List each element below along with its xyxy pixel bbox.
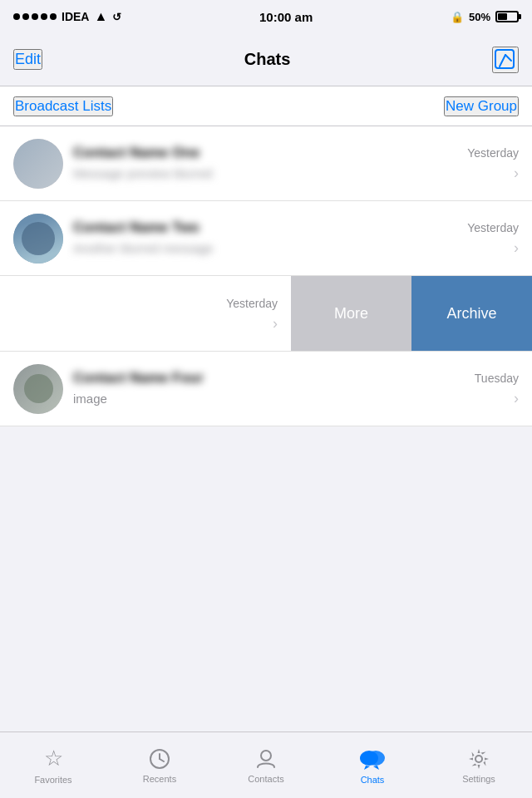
chevron-icon: › (514, 165, 519, 182)
archive-action-button[interactable]: Archive (411, 276, 532, 351)
chat-time: Yesterday (226, 297, 278, 310)
chat-preview: Message preview blurred (73, 166, 507, 180)
chat-bottom-row: Message preview blurred › (73, 165, 519, 182)
chat-bottom-row: bye?? › (0, 315, 278, 332)
chat-top-row: Contact Name One Yesterday (73, 145, 519, 161)
tab-recents[interactable]: Recents (106, 732, 213, 798)
chat-item[interactable]: Contact Name Four Tuesday image › (0, 352, 532, 426)
chevron-icon: › (514, 390, 519, 407)
tab-bar: ☆ Favorites Recents Contacts Chats (0, 732, 532, 798)
compose-icon (494, 48, 517, 71)
svg-point-9 (475, 756, 482, 762)
tab-chats-label: Chats (361, 775, 385, 785)
chevron-icon: › (514, 239, 519, 257)
svg-line-1 (500, 55, 505, 66)
gear-icon (467, 747, 490, 771)
navigation-bar: Edit Chats (0, 33, 532, 86)
status-bar: IDEA ▲ ↺ 10:00 am 🔒 50% (0, 0, 532, 33)
svg-rect-0 (495, 50, 514, 68)
chat-content: Contact Name Four Tuesday image › (73, 370, 519, 407)
compose-button[interactable] (492, 47, 519, 73)
page-title: Chats (244, 50, 291, 69)
chat-name: Contact Name One (73, 145, 200, 161)
svg-point-6 (261, 751, 271, 761)
star-icon: ☆ (44, 746, 63, 771)
tab-favorites[interactable]: ☆ Favorites (0, 732, 106, 798)
avatar (13, 139, 63, 189)
chat-content: Contact Name One Yesterday Message previ… (73, 145, 519, 182)
chat-preview: bye?? (0, 317, 266, 331)
swipe-actions: More Archive (291, 276, 532, 351)
tab-settings[interactable]: Settings (426, 732, 532, 798)
status-time: 10:00 am (259, 10, 313, 24)
broadcast-lists-button[interactable]: Broadcast Lists (13, 96, 113, 116)
chat-name: Contact Name Four (73, 370, 204, 387)
tab-contacts[interactable]: Contacts (213, 732, 319, 798)
status-left: IDEA ▲ ↺ (13, 9, 121, 24)
more-action-button[interactable]: More (291, 276, 411, 351)
chat-preview: image (73, 392, 507, 406)
chat-time: Yesterday (467, 221, 519, 234)
battery-icon (495, 11, 519, 22)
tab-recents-label: Recents (143, 774, 176, 784)
edit-button[interactable]: Edit (13, 49, 42, 70)
tab-contacts-label: Contacts (248, 774, 283, 784)
chat-bubble-icon (359, 746, 386, 771)
svg-line-5 (160, 759, 164, 761)
swipe-container: More Archive Contact Name Three Yesterda… (0, 276, 532, 352)
chat-item[interactable]: Contact Name One Yesterday Message previ… (0, 126, 532, 201)
chevron-icon: › (273, 315, 278, 332)
cellular-icon: ↺ (112, 11, 121, 23)
chat-top-row: Contact Name Two Yesterday (73, 219, 519, 236)
chat-content: Contact Name Two Yesterday Another blurr… (73, 219, 519, 257)
new-group-button[interactable]: New Group (444, 96, 519, 116)
avatar (13, 214, 63, 264)
carrier-label: IDEA (62, 10, 89, 23)
chat-list: Contact Name One Yesterday Message previ… (0, 126, 532, 426)
chat-content: Contact Name Three Yesterday bye?? › (0, 295, 278, 332)
chat-top-row: Contact Name Four Tuesday (73, 370, 519, 387)
avatar (13, 364, 63, 414)
chat-top-row: Contact Name Three Yesterday (0, 295, 278, 312)
tab-chats[interactable]: Chats (319, 732, 426, 798)
chat-time: Tuesday (475, 372, 519, 385)
chat-preview: Another blurred message (73, 241, 507, 255)
chat-time: Yesterday (467, 146, 519, 160)
signal-dots (13, 13, 57, 20)
svg-line-2 (505, 55, 511, 61)
person-icon (254, 747, 278, 771)
chat-item[interactable]: Contact Name Two Yesterday Another blurr… (0, 201, 532, 276)
clock-icon (148, 747, 171, 771)
chat-item[interactable]: Contact Name Three Yesterday bye?? › (0, 276, 291, 351)
chat-bottom-row: Another blurred message › (73, 239, 519, 257)
list-header: Broadcast Lists New Group (0, 86, 532, 126)
lock-icon: 🔒 (451, 11, 464, 23)
tab-favorites-label: Favorites (34, 775, 71, 785)
wifi-icon: ▲ (94, 9, 107, 24)
chat-name: Contact Name Two (73, 219, 200, 236)
battery-percent: 50% (469, 11, 490, 23)
status-right: 🔒 50% (451, 11, 519, 23)
svg-point-8 (367, 751, 385, 766)
chat-bottom-row: image › (73, 390, 519, 407)
tab-settings-label: Settings (462, 774, 495, 784)
